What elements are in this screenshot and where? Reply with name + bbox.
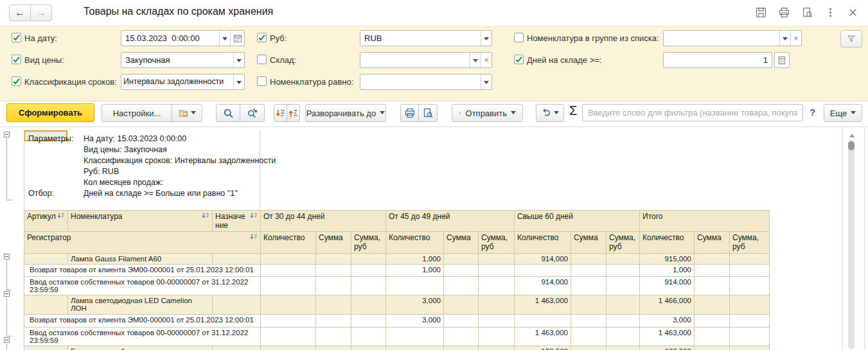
subcolumn-quantity[interactable]: Количество	[261, 232, 316, 254]
column-group-30-44[interactable]: От 30 до 44 дней	[261, 211, 386, 232]
expand-to-button[interactable]: Разворачивать до	[305, 104, 386, 122]
column-header-nomenclature[interactable]: Номенклатура	[68, 211, 213, 232]
currency-field[interactable]: RUB	[360, 30, 492, 46]
generate-button[interactable]: Сформировать	[6, 103, 94, 122]
save-icon[interactable]	[756, 7, 766, 18]
clear-button[interactable]: ×	[481, 53, 492, 67]
calculator-button[interactable]	[774, 52, 790, 68]
subcolumn-sum-rub[interactable]: Сумма, руб	[607, 232, 640, 254]
column-group-over-60[interactable]: Свыше 60 дней	[515, 211, 640, 232]
term-classification-field[interactable]: Интервалы задолженности	[121, 74, 245, 90]
cell-quantity[interactable]: 3,000	[640, 315, 695, 328]
dropdown-button[interactable]	[481, 74, 492, 89]
date-value[interactable]: 15.03.2023 0:00:00	[121, 31, 219, 46]
checkbox-days-in-stock[interactable]	[514, 55, 524, 64]
search-next-button[interactable]	[240, 104, 265, 122]
dropdown-button[interactable]	[779, 31, 790, 46]
collapse-groups-button[interactable]	[287, 104, 300, 122]
dropdown-button[interactable]	[233, 53, 244, 67]
collapse-report-button[interactable]	[4, 132, 10, 137]
currency-value[interactable]: RUB	[360, 31, 481, 46]
cell-registrar[interactable]: Возврат товаров от клиента ЭМ00-000001 о…	[24, 265, 261, 277]
checkbox-term-classification[interactable]	[12, 76, 21, 86]
print-report-button[interactable]	[400, 104, 419, 122]
quick-filter-input[interactable]	[582, 104, 803, 121]
cell-quantity[interactable]: 128,000	[640, 346, 695, 350]
checkbox-price-kind[interactable]	[12, 55, 21, 64]
cell-nomenclature[interactable]: Батон нарезной	[68, 346, 213, 350]
subcolumn-sum[interactable]: Сумма	[316, 232, 351, 254]
column-header-registrar[interactable]: Регистратор	[24, 232, 261, 254]
sort-icon[interactable]	[250, 234, 258, 240]
close-icon[interactable]	[848, 8, 858, 17]
checkbox-nomenclature-group[interactable]	[514, 33, 524, 42]
nomenclature-group-value[interactable]	[664, 31, 779, 46]
scrollbar-up-arrow[interactable]	[849, 131, 855, 137]
subcolumn-quantity[interactable]: Количество	[515, 232, 571, 254]
more-icon[interactable]	[825, 7, 836, 18]
dropdown-button[interactable]	[219, 31, 230, 46]
subcolumn-sum[interactable]: Сумма	[444, 232, 479, 254]
cell-quantity[interactable]: 914,000	[640, 277, 695, 295]
sort-icon[interactable]	[57, 213, 65, 219]
cell-purpose[interactable]	[213, 346, 261, 350]
collapse-group-button[interactable]	[4, 254, 10, 259]
report-variant-button[interactable]	[172, 104, 202, 122]
days-in-stock-field[interactable]: 1	[663, 52, 772, 68]
dropdown-button[interactable]	[481, 31, 492, 46]
clear-button[interactable]: ×	[790, 31, 801, 46]
subcolumn-quantity[interactable]: Количество	[386, 232, 444, 254]
collapse-group-button[interactable]	[4, 337, 10, 343]
cell-nomenclature[interactable]: Лампа Gauss Filament A60	[68, 254, 213, 265]
cell-quantity[interactable]: 3,000	[386, 315, 444, 328]
checkbox-warehouse[interactable]	[257, 55, 267, 64]
nomenclature-equals-value[interactable]	[360, 74, 481, 89]
filter-settings-button[interactable]	[840, 30, 862, 48]
nomenclature-group-field[interactable]: ×	[663, 30, 802, 46]
subcolumn-sum-rub[interactable]: Сумма, руб	[730, 232, 770, 254]
send-button[interactable]: Отправить	[452, 104, 523, 122]
column-header-purpose[interactable]: Назначение	[213, 211, 261, 232]
related-reports-button[interactable]	[536, 104, 564, 122]
print-preview-icon[interactable]	[802, 7, 813, 18]
print-icon[interactable]	[779, 7, 790, 18]
vertical-scrollbar[interactable]	[848, 140, 855, 349]
cell-quantity[interactable]: 3,000	[386, 295, 444, 315]
cell-registrar[interactable]: Ввод остатков собственных товаров 00-000…	[24, 328, 261, 346]
cell-purpose[interactable]	[213, 295, 261, 315]
sort-icon[interactable]	[250, 213, 258, 219]
subcolumn-quantity[interactable]: Количество	[640, 232, 695, 254]
subcolumn-sum-rub[interactable]: Сумма, руб	[479, 232, 515, 254]
column-group-45-49[interactable]: От 45 до 49 дней	[386, 211, 515, 232]
cell-artikul[interactable]	[24, 295, 68, 315]
cell-registrar[interactable]: Ввод остатков собственных товаров 00-000…	[24, 277, 261, 295]
subcolumn-sum-rub[interactable]: Сумма, руб	[351, 232, 386, 254]
dropdown-button[interactable]	[470, 53, 481, 67]
help-icon[interactable]: ?	[810, 107, 815, 118]
date-field[interactable]: 15.03.2023 0:00:00	[121, 30, 245, 46]
price-kind-value[interactable]: Закупочная	[121, 53, 233, 67]
cell-quantity[interactable]: 1 463,000	[515, 328, 571, 346]
cell-quantity[interactable]: 1,000	[386, 265, 444, 277]
cell-quantity[interactable]: 1,000	[386, 254, 444, 265]
cell-artikul[interactable]	[24, 346, 68, 350]
column-group-total[interactable]: Итого	[640, 211, 770, 232]
calendar-button[interactable]	[230, 31, 244, 46]
cell-purpose[interactable]	[213, 254, 261, 265]
checkbox-nomenclature-equals[interactable]	[257, 76, 267, 86]
cell-artikul[interactable]	[24, 254, 68, 265]
cell-quantity[interactable]: 1 466,000	[640, 295, 695, 315]
cell-quantity[interactable]: 1 463,000	[640, 328, 695, 346]
autosum-button[interactable]: Σ	[569, 103, 577, 118]
cell-nomenclature[interactable]: Лампа светодиодная LED Camelion ЛОН	[68, 295, 213, 315]
warehouse-field[interactable]: ×	[360, 52, 492, 68]
days-in-stock-value[interactable]: 1	[664, 53, 772, 67]
cell-registrar[interactable]: Возврат товаров от клиента ЭМ00-000001 о…	[24, 315, 261, 328]
forward-button[interactable]: →	[30, 4, 52, 21]
cell-quantity[interactable]: 1 463,000	[515, 295, 571, 315]
cell-quantity[interactable]: 914,000	[515, 254, 571, 265]
more-button[interactable]: Еще	[824, 104, 862, 122]
cell-quantity[interactable]: 915,000	[640, 254, 695, 265]
cell-quantity[interactable]: 128,000	[515, 346, 571, 350]
subcolumn-sum[interactable]: Сумма	[695, 232, 730, 254]
